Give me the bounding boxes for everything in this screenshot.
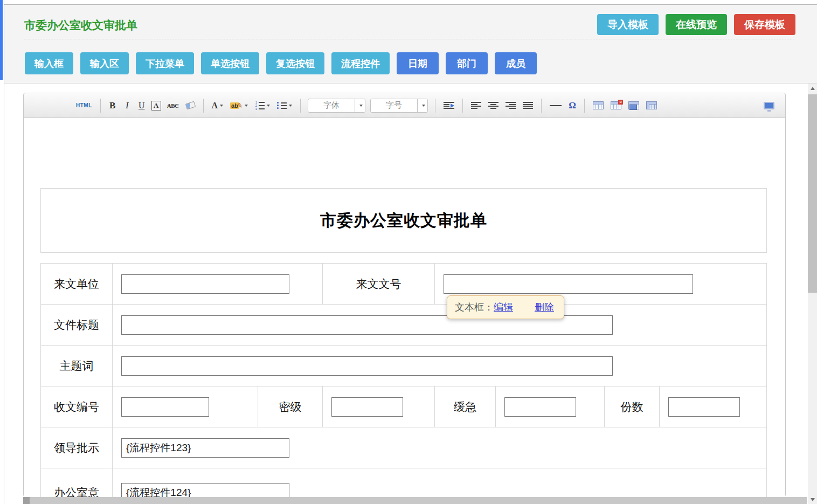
horizontal-rule-button[interactable] — [549, 98, 563, 113]
align-right-button[interactable] — [504, 98, 517, 113]
dashed-divider — [24, 39, 794, 39]
import-template-button[interactable]: 导入模板 — [597, 14, 659, 35]
doc-number-input[interactable] — [444, 274, 693, 294]
save-template-button[interactable]: 保存模板 — [734, 14, 795, 35]
dropdown-caret-icon — [220, 105, 223, 107]
font-color-button[interactable]: A — [211, 98, 225, 113]
source-unit-label: 来文单位 — [41, 264, 112, 304]
special-char-button[interactable]: Ω — [567, 98, 577, 113]
dropdown-caret-icon — [289, 105, 292, 107]
html-source-button[interactable]: HTML — [75, 98, 93, 113]
toolbar-separator — [100, 99, 101, 113]
toolbar-separator — [462, 99, 463, 113]
align-justify-icon — [523, 101, 533, 109]
vertical-scrollbar[interactable] — [808, 84, 817, 504]
secrecy-label: 密级 — [258, 386, 322, 427]
fullscreen-button[interactable] — [763, 98, 778, 113]
underline-button[interactable]: U — [137, 98, 147, 113]
online-preview-button[interactable]: 在线预览 — [666, 14, 727, 35]
widget-date-button[interactable]: 日期 — [397, 52, 439, 74]
bottom-window-edge — [23, 497, 807, 504]
tooltip-label: 文本框： — [455, 301, 494, 314]
toolbar-separator — [300, 99, 301, 113]
toolbar-separator — [203, 99, 204, 113]
dropdown-caret-icon — [359, 105, 363, 107]
widget-input-area-button[interactable]: 输入区 — [80, 52, 129, 74]
dropdown-caret-icon — [245, 105, 248, 107]
align-justify-button[interactable] — [522, 98, 534, 113]
edit-field-link[interactable]: 编辑 — [494, 301, 513, 314]
form-input-cell — [322, 386, 434, 427]
bordered-text-button[interactable]: A — [151, 101, 161, 111]
dropdown-caret-icon — [267, 105, 270, 107]
highlight-color-button[interactable]: ab ✎ — [229, 98, 249, 113]
align-center-button[interactable] — [487, 98, 500, 113]
rich-text-editor: HTML B I U A ABC A ab ✎ 1 2 3 — [23, 93, 786, 497]
widget-member-button[interactable]: 成员 — [495, 52, 537, 74]
urgency-label: 缓急 — [434, 386, 495, 427]
bold-button[interactable]: B — [108, 98, 117, 113]
header-actions: 导入模板 在线预览 保存模板 — [597, 14, 795, 35]
table-row: 文件标题 — [41, 304, 766, 345]
app-window: 市委办公室收文审批单 导入模板 在线预览 保存模板 输入框 输入区 下拉菜单 单… — [0, 0, 817, 504]
editor-content-area[interactable]: 市委办公室收文审批单 来文单位 来文文号 文件标题 — [24, 118, 785, 497]
widget-dropdown-button[interactable]: 下拉菜单 — [136, 52, 194, 74]
indent-icon — [444, 101, 454, 109]
ordered-list-button[interactable]: 1 2 3 — [254, 98, 271, 113]
table-icon — [593, 101, 604, 109]
strikethrough-button[interactable]: ABC — [166, 98, 180, 113]
align-left-icon — [471, 101, 481, 109]
font-size-select[interactable]: 字号 — [370, 99, 428, 113]
receipt-number-input[interactable] — [121, 397, 209, 417]
eraser-button[interactable] — [185, 98, 196, 113]
insert-table-button[interactable] — [592, 98, 605, 113]
form-input-cell — [112, 386, 258, 427]
delete-table-button[interactable] — [610, 98, 622, 113]
table-row: 来文单位 来文文号 — [41, 264, 766, 304]
widget-checkbox-button[interactable]: 复选按钮 — [266, 52, 324, 74]
widget-input-box-button[interactable]: 输入框 — [25, 52, 73, 74]
unordered-list-button[interactable] — [276, 98, 293, 113]
keywords-input[interactable] — [121, 356, 613, 376]
table-properties-button[interactable] — [645, 98, 658, 113]
widget-radio-button[interactable]: 单选按钮 — [201, 52, 259, 74]
form-title-box: 市委办公室收文审批单 — [40, 188, 767, 253]
form-input-cell — [112, 468, 766, 497]
widget-department-button[interactable]: 部门 — [446, 52, 488, 74]
leader-comment-input[interactable] — [121, 438, 289, 458]
office-opinion-input[interactable] — [121, 483, 289, 498]
table-cell-properties-button[interactable] — [627, 98, 640, 113]
field-action-tooltip: 文本框： 编辑 删除 — [447, 295, 564, 319]
scroll-down-button[interactable] — [808, 495, 817, 503]
align-right-icon — [506, 101, 516, 109]
font-size-dropdown-button[interactable] — [417, 99, 427, 112]
background-window-sliver — [0, 0, 3, 80]
doc-title-label: 文件标题 — [41, 305, 112, 345]
table-row: 主题词 — [41, 345, 766, 386]
scroll-up-button[interactable] — [808, 84, 817, 92]
table-row: 领导批示 — [41, 427, 766, 468]
widget-button-row: 输入框 输入区 下拉菜单 单选按钮 复选按钮 流程控件 日期 部门 成员 — [25, 52, 537, 74]
doc-number-label: 来文文号 — [322, 264, 434, 304]
delete-field-link[interactable]: 删除 — [535, 301, 554, 314]
scrollbar-thumb[interactable] — [808, 94, 817, 293]
form-title: 市委办公室收文审批单 — [320, 210, 487, 232]
font-family-dropdown-button[interactable] — [355, 99, 365, 112]
indent-button[interactable] — [442, 98, 455, 113]
table-cell-icon — [628, 101, 639, 109]
widget-flow-control-button[interactable]: 流程控件 — [331, 52, 390, 74]
form-input-cell — [112, 305, 766, 345]
align-center-icon — [488, 101, 498, 109]
urgency-input[interactable] — [504, 397, 576, 417]
monitor-icon — [764, 102, 774, 109]
source-unit-input[interactable] — [121, 274, 289, 294]
italic-button[interactable]: I — [122, 98, 132, 113]
ordered-list-icon: 1 2 3 — [255, 101, 265, 110]
delete-table-icon — [611, 101, 621, 109]
receipt-number-label: 收文编号 — [41, 386, 112, 427]
font-family-select[interactable]: 字体 — [308, 99, 365, 113]
align-left-button[interactable] — [470, 98, 482, 113]
secrecy-input[interactable] — [331, 397, 403, 417]
copies-input[interactable] — [668, 397, 740, 417]
header-panel: 市委办公室收文审批单 导入模板 在线预览 保存模板 输入框 输入区 下拉菜单 单… — [4, 4, 817, 84]
